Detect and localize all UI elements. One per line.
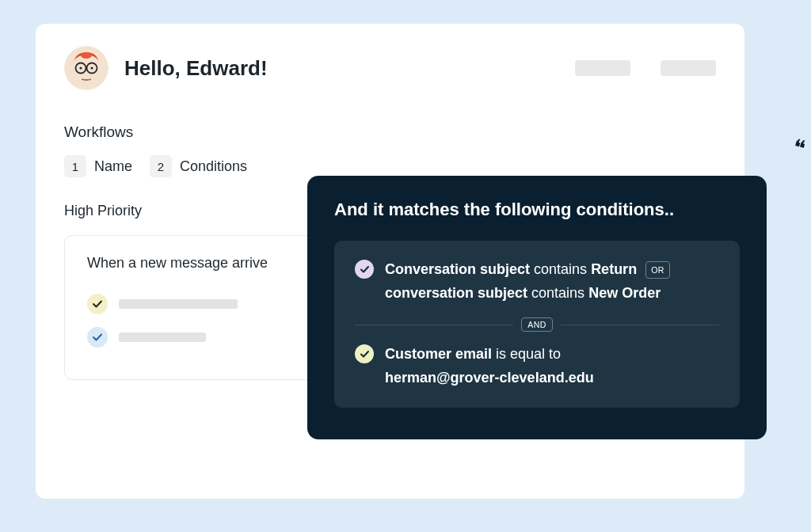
condition-text: Customer email is equal to herman@grover…: [385, 343, 719, 390]
check-icon: [355, 260, 374, 279]
condition-text: Conversation subject contains Return OR …: [385, 258, 719, 305]
conditions-panel: And it matches the following conditions.…: [307, 176, 767, 439]
divider-line: [561, 325, 719, 325]
check-icon: [355, 344, 374, 363]
operator-label: contains: [531, 285, 584, 301]
or-chip[interactable]: OR: [645, 261, 670, 279]
condition-rule-2[interactable]: Customer email is equal to herman@grover…: [355, 343, 719, 390]
operator-label: is equal to: [496, 346, 561, 362]
step-label: Conditions: [180, 158, 247, 175]
check-icon: [87, 327, 108, 348]
field-label: Conversation subject: [385, 261, 530, 277]
operator-label: contains: [534, 261, 587, 277]
page-container: Hello, Edward! Workflows 1 Name 2 Condit…: [0, 0, 811, 532]
value-label: Return: [591, 261, 637, 277]
greeting-text: Hello, Edward!: [124, 56, 559, 81]
header-action-placeholder-2[interactable]: [661, 60, 716, 76]
and-separator: AND: [355, 317, 719, 332]
header-action-placeholder-1[interactable]: [575, 60, 630, 76]
svg-point-6: [90, 66, 93, 69]
svg-point-1: [81, 52, 92, 59]
divider-line: [355, 325, 513, 325]
decorative-mark: ❝: [790, 134, 808, 162]
field-label: Customer email: [385, 346, 492, 362]
workflows-heading: Workflows: [64, 124, 716, 141]
svg-point-5: [79, 66, 82, 69]
workflow-steps: 1 Name 2 Conditions: [64, 155, 716, 177]
conditions-box: Conversation subject contains Return OR …: [334, 241, 740, 408]
check-icon: [87, 294, 108, 314]
step-conditions[interactable]: 2 Conditions: [150, 155, 247, 177]
field-label: conversation subject: [385, 285, 527, 301]
header-row: Hello, Edward!: [64, 46, 716, 90]
value-label: herman@grover-cleveland.edu: [385, 370, 594, 386]
condition-rule-1[interactable]: Conversation subject contains Return OR …: [355, 258, 719, 305]
step-label: Name: [94, 158, 132, 175]
step-number: 2: [150, 155, 172, 177]
and-chip[interactable]: AND: [521, 317, 552, 332]
step-number: 1: [64, 155, 86, 177]
option-placeholder: [119, 299, 238, 309]
value-label: New Order: [588, 285, 661, 301]
step-name[interactable]: 1 Name: [64, 155, 132, 177]
option-placeholder: [119, 332, 206, 342]
user-avatar[interactable]: [64, 46, 109, 90]
conditions-title: And it matches the following conditions.…: [334, 200, 740, 220]
